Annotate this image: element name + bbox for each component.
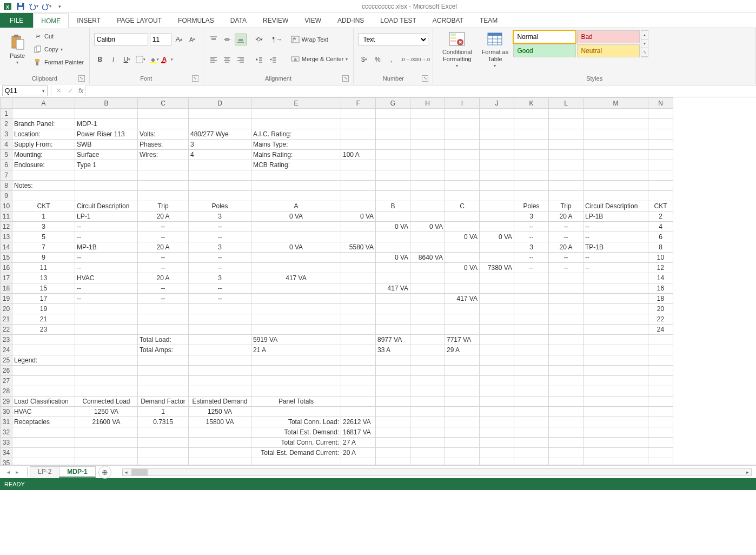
cell-I24[interactable]: 29 A — [445, 345, 480, 355]
cell-I17[interactable] — [445, 273, 480, 283]
cell-G31[interactable] — [376, 417, 410, 427]
cell-B26[interactable] — [75, 366, 138, 376]
cell-L22[interactable] — [549, 325, 583, 335]
cell-B20[interactable] — [75, 304, 138, 314]
spreadsheet-grid[interactable]: ABCDEFGHIJKLMN12Branch Panel:MDP-13Locat… — [0, 97, 756, 465]
align-middle-icon[interactable] — [221, 34, 233, 45]
cell-E25[interactable] — [251, 355, 341, 366]
cell-H26[interactable] — [410, 366, 445, 376]
cell-F10[interactable] — [341, 201, 376, 212]
cell-C19[interactable]: -- — [138, 294, 189, 304]
cell-G11[interactable] — [376, 212, 410, 222]
align-top-icon[interactable] — [208, 34, 220, 45]
cell-G22[interactable] — [376, 325, 410, 335]
row-header-2[interactable]: 2 — [1, 119, 12, 129]
cell-B15[interactable]: -- — [75, 253, 138, 263]
cell-B24[interactable] — [75, 345, 138, 355]
tab-add-ins[interactable]: ADD-INS — [329, 13, 372, 28]
cell-A25[interactable]: Legend: — [12, 355, 75, 366]
cell-C13[interactable]: -- — [138, 232, 189, 242]
cell-A8[interactable]: Notes: — [12, 181, 75, 191]
cell-D2[interactable] — [189, 119, 251, 129]
cell-A17[interactable]: 13 — [12, 273, 75, 283]
cell-E13[interactable] — [251, 232, 341, 242]
cell-K20[interactable] — [514, 304, 549, 314]
col-header-N[interactable]: N — [648, 98, 673, 109]
cell-J16[interactable]: 7380 VA — [480, 263, 514, 273]
cell-H6[interactable] — [410, 160, 445, 170]
row-header-25[interactable]: 25 — [1, 355, 12, 366]
cell-J30[interactable] — [480, 407, 514, 417]
cell-D23[interactable] — [189, 335, 251, 345]
cell-B7[interactable] — [75, 170, 138, 181]
cell-I35[interactable] — [445, 458, 480, 466]
cell-E16[interactable] — [251, 263, 341, 273]
cell-L12[interactable]: -- — [549, 222, 583, 232]
cell-L7[interactable] — [549, 170, 583, 181]
cell-L21[interactable] — [549, 314, 583, 325]
cell-N23[interactable] — [648, 335, 673, 345]
cell-G23[interactable]: 8977 VA — [376, 335, 410, 345]
cell-F5[interactable]: 100 A — [341, 150, 376, 160]
fill-color-icon[interactable]: ▾ — [148, 54, 160, 65]
cell-A34[interactable] — [12, 448, 75, 458]
sheet-nav-first-icon[interactable]: ◂ — [4, 469, 12, 475]
cell-I12[interactable] — [445, 222, 480, 232]
cell-J5[interactable] — [480, 150, 514, 160]
cut-button[interactable]: ✂Cut — [32, 31, 85, 41]
col-header-A[interactable]: A — [12, 98, 75, 109]
cell-F1[interactable] — [341, 109, 376, 119]
cell-B32[interactable] — [75, 427, 138, 438]
increase-font-icon[interactable]: A▴ — [173, 34, 185, 45]
cell-L6[interactable] — [549, 160, 583, 170]
cell-H17[interactable] — [410, 273, 445, 283]
col-header-G[interactable]: G — [376, 98, 410, 109]
cell-E27[interactable] — [251, 376, 341, 386]
cell-G2[interactable] — [376, 119, 410, 129]
cell-J20[interactable] — [480, 304, 514, 314]
cell-E35[interactable] — [251, 458, 341, 466]
format-as-table-button[interactable]: Format as Table▾ — [479, 30, 511, 68]
merge-center-button[interactable]: aMerge & Center▾ — [290, 54, 349, 64]
cell-A33[interactable] — [12, 438, 75, 448]
row-header-10[interactable]: 10 — [1, 201, 12, 212]
cell-L5[interactable] — [549, 150, 583, 160]
cell-K30[interactable] — [514, 407, 549, 417]
cell-C7[interactable] — [138, 170, 189, 181]
cell-M8[interactable] — [583, 181, 648, 191]
row-header-11[interactable]: 11 — [1, 212, 12, 222]
cell-M21[interactable] — [583, 314, 648, 325]
cell-F34[interactable]: 20 A — [341, 448, 376, 458]
cell-L17[interactable] — [549, 273, 583, 283]
cell-B13[interactable]: -- — [75, 232, 138, 242]
cell-F25[interactable] — [341, 355, 376, 366]
cell-K24[interactable] — [514, 345, 549, 355]
cell-E22[interactable] — [251, 325, 341, 335]
cell-K16[interactable]: -- — [514, 263, 549, 273]
cell-B28[interactable] — [75, 386, 138, 397]
cell-N30[interactable] — [648, 407, 673, 417]
cell-C3[interactable]: Volts: — [138, 129, 189, 140]
row-header-31[interactable]: 31 — [1, 417, 12, 427]
cell-N15[interactable]: 10 — [648, 253, 673, 263]
cell-J23[interactable] — [480, 335, 514, 345]
cell-B27[interactable] — [75, 376, 138, 386]
cell-M13[interactable]: -- — [583, 232, 648, 242]
cell-K28[interactable] — [514, 386, 549, 397]
cell-L20[interactable] — [549, 304, 583, 314]
cell-F3[interactable] — [341, 129, 376, 140]
cell-L30[interactable] — [549, 407, 583, 417]
cell-N7[interactable] — [648, 170, 673, 181]
cell-K33[interactable] — [514, 438, 549, 448]
cell-L15[interactable]: -- — [549, 253, 583, 263]
row-header-30[interactable]: 30 — [1, 407, 12, 417]
cell-B12[interactable]: -- — [75, 222, 138, 232]
cell-D18[interactable]: -- — [189, 283, 251, 294]
col-header-L[interactable]: L — [549, 98, 583, 109]
cell-K6[interactable] — [514, 160, 549, 170]
cell-C5[interactable]: Wires: — [138, 150, 189, 160]
cell-C24[interactable]: Total Amps: — [138, 345, 189, 355]
cell-A11[interactable]: 1 — [12, 212, 75, 222]
cell-N19[interactable]: 18 — [648, 294, 673, 304]
cell-J3[interactable] — [480, 129, 514, 140]
